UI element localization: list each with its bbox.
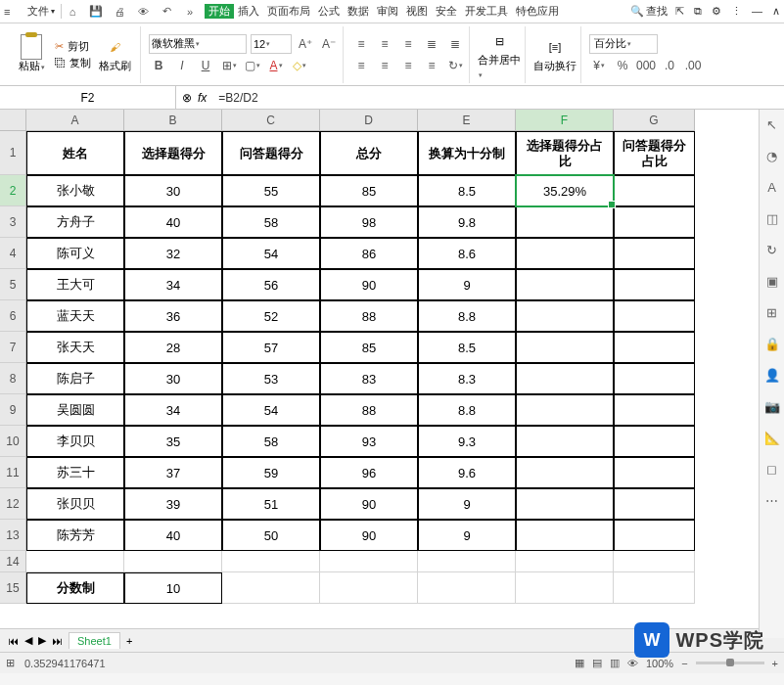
- cell[interactable]: 58: [222, 426, 320, 457]
- cell[interactable]: 88: [320, 394, 418, 426]
- cell[interactable]: [614, 300, 695, 332]
- col-header[interactable]: A: [26, 110, 124, 131]
- print-icon[interactable]: 🖨: [113, 5, 126, 19]
- col-header[interactable]: D: [320, 110, 418, 131]
- row-header[interactable]: 3: [0, 206, 26, 238]
- prev-sheet-icon[interactable]: ◀: [24, 634, 32, 647]
- cell[interactable]: 10: [124, 572, 222, 604]
- cell[interactable]: 李贝贝: [26, 426, 124, 457]
- cell[interactable]: [614, 363, 695, 394]
- cell[interactable]: [614, 572, 695, 604]
- cell[interactable]: 姓名: [26, 131, 124, 175]
- align-right-icon[interactable]: ≡: [398, 56, 418, 75]
- grid[interactable]: 姓名 选择题得分 问答题得分 总分 换算为十分制 选择题得分占比 问答题得分占比…: [26, 131, 695, 604]
- formula-input[interactable]: =B2/D2: [212, 91, 784, 105]
- cell[interactable]: 总分: [320, 131, 418, 175]
- cell[interactable]: [516, 426, 614, 457]
- cell[interactable]: 55: [222, 175, 320, 206]
- font-color-button[interactable]: A: [266, 56, 286, 75]
- ruler-icon[interactable]: 📐: [763, 429, 781, 446]
- last-sheet-icon[interactable]: ⏭: [52, 635, 63, 647]
- cell[interactable]: 选择题得分占比: [516, 131, 614, 175]
- cell[interactable]: 问答题得分: [222, 131, 320, 175]
- cell[interactable]: [320, 572, 418, 604]
- percent-icon[interactable]: %: [613, 56, 632, 75]
- cell[interactable]: 93: [320, 426, 418, 457]
- cell[interactable]: [516, 488, 614, 520]
- cell[interactable]: 分数制: [26, 572, 124, 604]
- hamburger-icon[interactable]: ≡: [4, 6, 20, 18]
- more-icon[interactable]: »: [183, 5, 197, 19]
- col-header[interactable]: G: [614, 110, 695, 131]
- col-header[interactable]: B: [124, 110, 222, 131]
- cell[interactable]: 50: [222, 520, 320, 551]
- row-header[interactable]: 2: [0, 175, 26, 206]
- cell[interactable]: 57: [222, 332, 320, 363]
- tab-formula[interactable]: 公式: [314, 4, 344, 19]
- row-header[interactable]: 4: [0, 238, 26, 269]
- tab-dev[interactable]: 开发工具: [461, 4, 512, 19]
- cell[interactable]: [516, 332, 614, 363]
- view-normal-icon[interactable]: ▦: [575, 657, 584, 669]
- cell[interactable]: [124, 551, 222, 572]
- fx-icon[interactable]: fx: [198, 91, 207, 105]
- zoom-level[interactable]: 100%: [646, 658, 673, 669]
- bold-button[interactable]: B: [149, 56, 168, 75]
- more-tools-icon[interactable]: ⋯: [763, 491, 781, 509]
- cell[interactable]: [222, 572, 320, 604]
- col-header[interactable]: F: [516, 110, 614, 131]
- refresh-icon[interactable]: ↻: [763, 241, 781, 258]
- cell[interactable]: 30: [124, 363, 222, 394]
- cell[interactable]: 56: [222, 269, 320, 300]
- search-button[interactable]: 🔍查找: [630, 4, 668, 19]
- preview-icon[interactable]: 👁: [136, 5, 150, 19]
- highlight-button[interactable]: ◇: [290, 56, 309, 75]
- row-header[interactable]: 13: [0, 520, 26, 551]
- cell[interactable]: [516, 206, 614, 238]
- cell[interactable]: 39: [124, 488, 222, 520]
- cursor-icon[interactable]: ↖: [763, 115, 781, 133]
- cell[interactable]: [516, 551, 614, 572]
- select-all-corner[interactable]: [0, 110, 26, 131]
- tab-safety[interactable]: 安全: [432, 4, 461, 19]
- cell[interactable]: 9: [418, 269, 516, 300]
- cell[interactable]: 8.3: [418, 363, 516, 394]
- cell[interactable]: 8.8: [418, 300, 516, 332]
- cell[interactable]: 54: [222, 238, 320, 269]
- tab-start[interactable]: 开始: [205, 4, 234, 19]
- cell[interactable]: 张小敬: [26, 175, 124, 206]
- cell[interactable]: 51: [222, 488, 320, 520]
- view-split-icon[interactable]: ▥: [610, 657, 620, 669]
- lock-icon[interactable]: 🔒: [763, 335, 781, 352]
- file-menu[interactable]: 文件: [22, 4, 62, 19]
- cell[interactable]: 85: [320, 332, 418, 363]
- cell[interactable]: 9.8: [418, 206, 516, 238]
- next-sheet-icon[interactable]: ▶: [38, 634, 46, 647]
- cell[interactable]: [614, 394, 695, 426]
- cell-active[interactable]: 35.29%: [516, 175, 614, 206]
- edit-mode-icon[interactable]: ⊞: [6, 657, 15, 669]
- font-name-select[interactable]: 微软雅黑: [149, 34, 247, 54]
- eye-icon[interactable]: 👁: [627, 658, 638, 669]
- indent-right-icon[interactable]: ≣: [445, 34, 465, 54]
- border-button[interactable]: ⊞: [219, 56, 239, 75]
- name-box[interactable]: F2: [0, 86, 176, 109]
- tab-special[interactable]: 特色应用: [512, 4, 563, 19]
- increase-font-icon[interactable]: A⁺: [296, 34, 315, 54]
- cell[interactable]: 83: [320, 363, 418, 394]
- cell[interactable]: [516, 363, 614, 394]
- cell[interactable]: 吴圆圆: [26, 394, 124, 426]
- cell[interactable]: 59: [222, 457, 320, 488]
- view-page-icon[interactable]: ▤: [592, 657, 602, 669]
- cell[interactable]: 88: [320, 300, 418, 332]
- cell[interactable]: 蓝天天: [26, 300, 124, 332]
- cell[interactable]: [614, 488, 695, 520]
- cell[interactable]: 54: [222, 394, 320, 426]
- cell[interactable]: 问答题得分占比: [614, 131, 695, 175]
- help-icon[interactable]: ⋮: [731, 5, 742, 18]
- cell[interactable]: 9: [418, 520, 516, 551]
- grid-icon[interactable]: ⊞: [763, 303, 781, 321]
- cell[interactable]: 34: [124, 394, 222, 426]
- cell[interactable]: [516, 457, 614, 488]
- align-bottom-icon[interactable]: ≡: [398, 34, 418, 54]
